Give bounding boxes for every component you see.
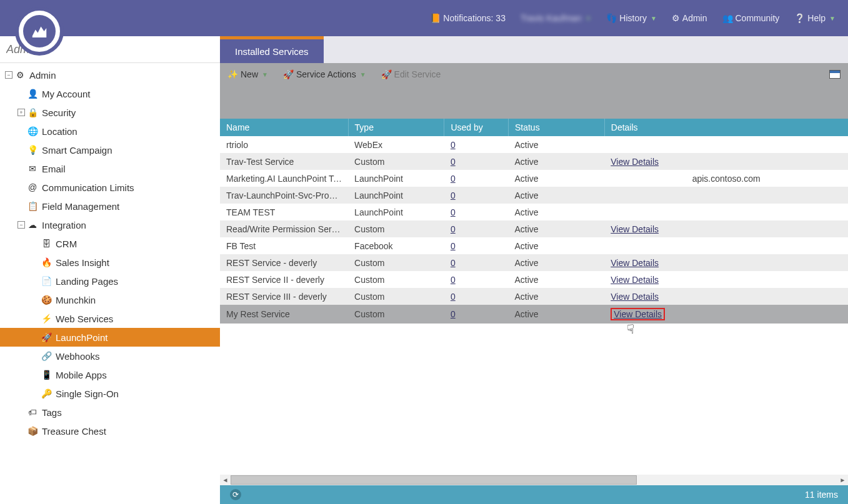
name-cell: rtriolo bbox=[220, 136, 348, 153]
community-link[interactable]: 👥Community bbox=[722, 13, 780, 23]
tree-item-launchpoint[interactable]: 🚀LaunchPoint bbox=[0, 328, 220, 347]
refresh-button[interactable]: ⟳ bbox=[230, 489, 241, 500]
toggle-placeholder bbox=[31, 259, 39, 266]
horizontal-scrollbar[interactable]: ◄ ► bbox=[220, 475, 848, 485]
tree-item-mobile-apps[interactable]: 📱Mobile Apps bbox=[0, 365, 220, 384]
tree-item-single-sign-on[interactable]: 🔑Single Sign-On bbox=[0, 384, 220, 403]
tree-item-location[interactable]: 🌐Location bbox=[0, 122, 220, 141]
scroll-left-icon[interactable]: ◄ bbox=[220, 475, 231, 485]
status-cell: Active bbox=[508, 153, 604, 170]
tree-item-security[interactable]: +🔒Security bbox=[0, 103, 220, 122]
scroll-right-icon[interactable]: ► bbox=[837, 475, 848, 485]
tree-item-web-services[interactable]: ⚡Web Services bbox=[0, 309, 220, 328]
tree-item-sales-insight[interactable]: 🔥Sales Insight bbox=[0, 253, 220, 272]
table-row[interactable]: Trav-Test ServiceCustom0ActiveView Detai… bbox=[220, 153, 848, 170]
used-by-link[interactable]: 0 bbox=[451, 157, 456, 167]
collapse-icon[interactable]: − bbox=[17, 221, 25, 229]
toggle-placeholder bbox=[17, 90, 25, 97]
used-by-link[interactable]: 0 bbox=[451, 207, 456, 217]
tree-item-integration[interactable]: −☁Integration bbox=[0, 215, 220, 234]
user-menu[interactable]: Travis Kaufman▼ bbox=[521, 13, 591, 23]
status-cell: Active bbox=[508, 237, 604, 254]
used-by-link[interactable]: 0 bbox=[451, 258, 456, 268]
service-actions-button[interactable]: 🚀Service Actions▼ bbox=[283, 69, 366, 79]
type-cell: Custom bbox=[348, 254, 444, 271]
table-row[interactable]: REST Service III - deverlyCustom0ActiveV… bbox=[220, 288, 848, 305]
notifications-link[interactable]: 📙Notifications: 33 bbox=[430, 13, 506, 23]
tree-label: My Account bbox=[42, 89, 220, 99]
details-cell bbox=[604, 204, 848, 220]
tree-item-tags[interactable]: 🏷Tags bbox=[0, 403, 220, 422]
tree-item-my-account[interactable]: 👤My Account bbox=[0, 84, 220, 103]
status-bar: ⟳ 11 items bbox=[220, 485, 848, 504]
tree-label: Communication Limits bbox=[42, 182, 220, 193]
collapse-icon[interactable]: − bbox=[5, 71, 12, 79]
web-services-icon: ⚡ bbox=[41, 314, 52, 324]
landing-pages-icon: 📄 bbox=[41, 276, 52, 286]
tree-item-admin[interactable]: −⚙Admin bbox=[0, 66, 220, 84]
used-by-link[interactable]: 0 bbox=[451, 174, 456, 184]
tree-item-landing-pages[interactable]: 📄Landing Pages bbox=[0, 272, 220, 290]
tree-item-munchkin[interactable]: 🍪Munchkin bbox=[0, 290, 220, 309]
name-cell: TEAM TEST bbox=[220, 204, 348, 220]
col-header-name[interactable]: Name bbox=[220, 119, 348, 136]
table-row[interactable]: FB TestFacebook0Active bbox=[220, 237, 848, 254]
tree-label: CRM bbox=[56, 239, 220, 249]
admin-link[interactable]: ⚙Admin bbox=[672, 13, 707, 23]
tree-item-webhooks[interactable]: 🔗Webhooks bbox=[0, 347, 220, 365]
single-sign-on-icon: 🔑 bbox=[41, 388, 52, 398]
table-row[interactable]: TEAM TESTLaunchPoint0Active bbox=[220, 204, 848, 220]
treasure-chest-icon: 📦 bbox=[27, 426, 38, 436]
tree-item-crm[interactable]: 🗄CRM bbox=[0, 234, 220, 253]
view-details-link[interactable]: View Details bbox=[614, 309, 662, 319]
col-header-type[interactable]: Type bbox=[348, 119, 444, 136]
used-by-link[interactable]: 0 bbox=[451, 309, 456, 319]
col-header-used-by[interactable]: Used by bbox=[444, 119, 509, 136]
window-toggle-button[interactable] bbox=[829, 70, 841, 79]
tree-item-field-management[interactable]: 📋Field Management bbox=[0, 197, 220, 215]
table-row[interactable]: REST Service II - deverlyCustom0ActiveVi… bbox=[220, 271, 848, 288]
tree-item-treasure-chest[interactable]: 📦Treasure Chest bbox=[0, 422, 220, 440]
tree-item-email[interactable]: ✉Email bbox=[0, 159, 220, 178]
scrollbar-thumb[interactable] bbox=[231, 475, 637, 485]
table-row[interactable]: Marketing.AI LaunchPoint Te…LaunchPoint0… bbox=[220, 170, 848, 187]
marketo-logo-icon bbox=[30, 22, 49, 41]
history-menu[interactable]: 👣History▼ bbox=[606, 13, 656, 23]
table-row[interactable]: rtrioloWebEx0Active bbox=[220, 136, 848, 153]
status-cell: Active bbox=[508, 187, 604, 204]
used-by-link[interactable]: 0 bbox=[451, 190, 456, 200]
type-cell: LaunchPoint bbox=[348, 204, 444, 220]
status-cell: Active bbox=[508, 288, 604, 305]
name-cell: Trav-LaunchPoint-Svc-Prog-I… bbox=[220, 187, 348, 204]
table-row[interactable]: My Rest ServiceCustom0ActiveView Details bbox=[220, 305, 848, 324]
table-row[interactable]: REST Service - deverlyCustom0ActiveView … bbox=[220, 254, 848, 271]
used-by-link[interactable]: 0 bbox=[451, 275, 456, 285]
used-by-link[interactable]: 0 bbox=[451, 224, 456, 234]
tree-item-smart-campaign[interactable]: 💡Smart Campaign bbox=[0, 141, 220, 159]
expand-icon[interactable]: + bbox=[17, 109, 25, 116]
used-by-link[interactable]: 0 bbox=[451, 292, 456, 302]
view-details-link[interactable]: View Details bbox=[611, 258, 659, 268]
chevron-down-icon: ▼ bbox=[262, 71, 268, 78]
view-details-link[interactable]: View Details bbox=[611, 275, 659, 285]
help-menu[interactable]: ❔Help▼ bbox=[794, 13, 836, 23]
table-row[interactable]: Read/Write Permission Servi…Custom0Activ… bbox=[220, 220, 848, 237]
rocket-icon: 🚀 bbox=[283, 69, 294, 79]
view-details-link[interactable]: View Details bbox=[611, 224, 659, 234]
used-by-link[interactable]: 0 bbox=[451, 241, 456, 251]
used-by-link[interactable]: 0 bbox=[451, 140, 456, 150]
toggle-placeholder bbox=[17, 127, 25, 135]
col-header-status[interactable]: Status bbox=[508, 119, 604, 136]
tab-installed-services[interactable]: Installed Services bbox=[220, 36, 324, 63]
logo[interactable] bbox=[5, 0, 74, 62]
name-cell: REST Service III - deverly bbox=[220, 288, 348, 305]
view-details-link[interactable]: View Details bbox=[611, 157, 659, 167]
name-cell: Trav-Test Service bbox=[220, 153, 348, 170]
tree-item-communication-limits[interactable]: @Communication Limits bbox=[0, 178, 220, 197]
type-cell: Custom bbox=[348, 153, 444, 170]
status-cell: Active bbox=[508, 305, 604, 324]
col-header-details[interactable]: Details bbox=[604, 119, 848, 136]
table-row[interactable]: Trav-LaunchPoint-Svc-Prog-I…LaunchPoint0… bbox=[220, 187, 848, 204]
view-details-link[interactable]: View Details bbox=[611, 292, 659, 302]
new-button[interactable]: ✨New▼ bbox=[227, 69, 268, 79]
